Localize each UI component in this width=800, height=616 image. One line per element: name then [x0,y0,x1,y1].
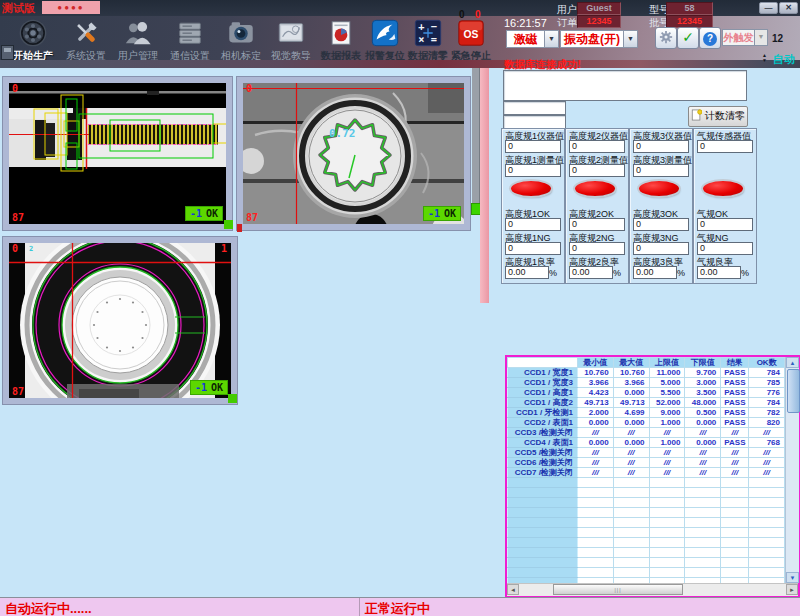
toolbar-item-2[interactable]: 系统设置 [61,18,111,63]
gauge-ok-value[interactable]: 0 [697,218,753,231]
table-cell: 49.713 [613,398,649,408]
table-cell: /// [721,458,749,468]
table-cell: 0.000 [685,438,721,448]
gauge-field-value[interactable]: 0 [697,140,753,153]
gauge-yield-value[interactable]: 0.00 [697,266,741,279]
camera-view-2[interactable]: 0.72 0 87 -1OK [237,77,470,230]
gauge-field-value[interactable]: 0 [569,164,625,177]
gauge-field-value[interactable]: 0 [633,140,689,153]
table-cell [577,538,613,548]
camera-view-3[interactable]: 0 1 2 87 -1OK [3,237,237,404]
table-cell [613,538,649,548]
message-box[interactable] [503,70,747,101]
table-cell [721,528,749,538]
minimize-button[interactable]: — [759,2,778,14]
toolbar-item-7[interactable]: 数据报表 [316,18,366,63]
table-cell: /// [749,458,785,468]
help-button[interactable]: ? [699,27,721,49]
toolbar-item-5[interactable]: 相机标定 [216,18,266,63]
level-indicator-track [472,68,480,203]
trigger-combo[interactable]: 外触发 [722,29,755,46]
table-row[interactable]: CCD3 /检测关闭////////////////// [508,428,785,438]
gauge-ng-value[interactable]: 0 [697,242,753,255]
table-horizontal-scrollbar[interactable]: ◄ ||| ► [507,583,798,596]
table-cell [577,568,613,578]
input-small-2[interactable] [503,115,566,129]
status-divider [359,598,360,616]
table-cell [685,488,721,498]
gauge-field-value[interactable]: 0 [633,164,689,177]
camera-view-1[interactable]: 0 87 -1OK [3,77,232,230]
row-label [508,558,578,568]
vibration-combo-arrow-icon[interactable]: ▼ [623,30,638,48]
table-row[interactable]: CCD1 / 牙检测12.0004.6999.0000.500PASS782 [508,408,785,418]
trial-version-label: 测试版 [2,1,35,16]
table-row[interactable]: CCD7 /检测关闭////////////////// [508,468,785,478]
gauge-ok-value[interactable]: 0 [505,218,561,231]
table-cell [685,528,721,538]
gauge-yield-value[interactable]: 0.00 [633,266,677,279]
table-cell [649,518,685,528]
table-cell: 0.500 [685,408,721,418]
results-table-panel: 最小值最大值上限值下限值结果OK数CCD1 / 宽度110.76010.7601… [505,355,800,597]
gauge-yield-value[interactable]: 0.00 [569,266,613,279]
camera1-frame-count: 87 [12,212,24,223]
table-row[interactable]: CCD1 / 宽度110.76010.76011.0009.700PASS784 [508,368,785,378]
horizontal-scroll-thumb[interactable]: ||| [553,584,683,595]
gauge-ng-value[interactable]: 0 [505,242,561,255]
toolbar-item-10[interactable]: OS紧急停止 [446,18,496,63]
table-row[interactable]: CCD5 /检测关闭////////////////// [508,448,785,458]
vertical-scroll-thumb[interactable] [787,369,800,413]
table-row[interactable]: CCD4 / 表面10.0000.0001.0000.000PASS768 [508,438,785,448]
gauge-ng-value[interactable]: 0 [633,242,689,255]
gauge-field-value[interactable]: 0 [505,140,561,153]
count-clear-label: 计数清零 [705,110,745,121]
gauge-ok-value[interactable]: 0 [569,218,625,231]
magnet-combo-arrow-icon[interactable]: ▼ [544,30,559,48]
vibration-combo[interactable]: 振动盘(开) [560,30,624,48]
table-row[interactable]: CCD6 /检测关闭////////////////// [508,458,785,468]
table-cell: 0.000 [685,418,721,428]
table-cell: 10.760 [613,368,649,378]
table-cell: 3.966 [613,378,649,388]
table-scroll-area: 最小值最大值上限值下限值结果OK数CCD1 / 宽度110.76010.7601… [507,357,785,583]
auto-spinner-icon[interactable]: ▲▼ [762,53,767,63]
table-row[interactable]: CCD1 / 宽度33.9663.9665.0003.000PASS785 [508,378,785,388]
table-cell [649,478,685,488]
scroll-right-icon[interactable]: ► [786,584,798,595]
camera3-result-badge: -1OK [190,380,228,395]
close-button[interactable]: ✕ [779,2,798,14]
count-clear-button[interactable]: 计数清零 [688,106,748,127]
table-cell: /// [685,458,721,468]
confirm-check-button[interactable]: ✓ [677,27,699,49]
status-led-icon [639,181,679,196]
gauge-panel-3: 高度规3仪器值0高度规3测量值0高度规3OK0高度规3NG0高度规3良率0.00… [629,128,693,284]
table-cell [649,538,685,548]
input-small-1[interactable] [503,101,566,115]
table-cell: /// [649,448,685,458]
scroll-down-icon[interactable]: ▼ [786,572,799,583]
table-cell [685,498,721,508]
scroll-up-icon[interactable]: ▲ [786,357,799,368]
emergency-stop-icon: OS [446,18,496,49]
scroll-left-icon[interactable]: ◄ [507,584,519,595]
toolbar-item-6[interactable]: 视觉教导 [266,18,316,63]
magnet-combo[interactable]: 激磁 [506,30,545,48]
gauge-yield-value[interactable]: 0.00 [505,266,549,279]
table-row[interactable]: CCD1 / 高度14.4230.0005.5003.500PASS776 [508,388,785,398]
toolbar-item-1[interactable]: 开始生产 [8,18,58,63]
status-led-icon [703,181,743,196]
table-row[interactable]: CCD2 / 表面10.0000.0001.0000.000PASS820 [508,418,785,428]
table-vertical-scrollbar[interactable]: ▲ ▼ [785,357,799,583]
table-row[interactable]: CCD1 / 高度249.71349.71352.00048.000PASS78… [508,398,785,408]
gauge-field-value[interactable]: 0 [569,140,625,153]
table-cell [613,478,649,488]
gauge-ng-value[interactable]: 0 [569,242,625,255]
settings-gear-button[interactable] [655,27,677,49]
toolbar-item-3[interactable]: 用户管理 [113,18,163,63]
gauge-ok-value[interactable]: 0 [633,218,689,231]
gauge-field-value[interactable]: 0 [505,164,561,177]
table-cell: /// [577,428,613,438]
user-value: Guest [577,2,621,15]
toolbar-item-4[interactable]: 通信设置 [165,18,215,63]
